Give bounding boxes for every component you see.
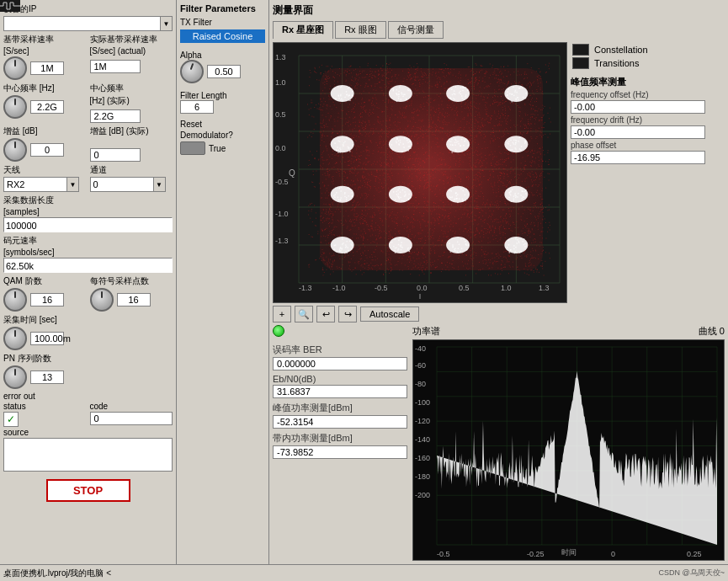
channel-dropdown-arrow[interactable]: ▼	[153, 178, 165, 191]
ber-label: 误码率 BER	[273, 344, 407, 356]
antenna-dropdown-arrow[interactable]: ▼	[66, 178, 78, 191]
phase-offset-value: -16.95	[571, 151, 705, 164]
gain-knob-container: 0	[3, 138, 87, 162]
error-out-group: error out status ✓ code 0 source	[3, 392, 173, 472]
autoscale-button[interactable]: Autoscale	[360, 306, 419, 322]
tab-signal-measurement[interactable]: 信号测量	[388, 21, 444, 39]
center-freq-knob[interactable]	[3, 95, 27, 119]
undo-button[interactable]: ↩	[316, 306, 335, 322]
qam-sps-row: QAM 阶数 16 每符号采样点数 16	[3, 275, 173, 312]
qam-knob[interactable]	[3, 288, 27, 312]
error-status-label: status	[3, 402, 87, 411]
ber-value: 0.000000	[273, 357, 407, 370]
qam-col: QAM 阶数 16	[3, 275, 87, 312]
base-sample-rate-knob-container: 1M	[3, 56, 87, 80]
qam-value: 16	[30, 293, 64, 306]
redo-button[interactable]: ↪	[338, 306, 357, 322]
x-label-neg0.5: -0.5	[437, 550, 450, 558]
gain-actual-label: 增益 [dB] (实际)	[90, 125, 173, 137]
y-label-neg140: -140	[415, 435, 430, 444]
symbol-rate-value[interactable]: 62.50k	[3, 258, 173, 273]
pn-order-value: 13	[30, 370, 64, 384]
reset-toggle[interactable]	[180, 141, 205, 155]
pn-order-knob[interactable]	[3, 365, 27, 389]
reset-label: Reset	[180, 120, 265, 129]
transitions-legend-box	[572, 57, 589, 69]
tabs-row: Rx 星座图 Rx 眼图 信号测量	[273, 21, 725, 39]
tab-rx-eye[interactable]: Rx 眼图	[335, 21, 386, 39]
stop-button[interactable]: STOP	[46, 479, 130, 502]
legend-row: Constellation Transitions	[571, 42, 705, 71]
sps-knob[interactable]	[90, 288, 114, 312]
error-status-indicator: ✓	[3, 412, 19, 427]
ebn0-label: Eb/N0(dB)	[273, 374, 407, 384]
error-source-textarea[interactable]	[3, 438, 173, 472]
sps-knob-container: 16	[90, 288, 173, 312]
true-label: True	[209, 144, 226, 153]
freq-drift-value: -0.00	[571, 125, 705, 139]
error-code-col: code 0	[90, 402, 173, 427]
antenna-label: 天线	[3, 164, 87, 176]
left-panel: 设备的IP 192.168.10.2 ▼ 基带采样速率 [S/sec] 1M 实…	[0, 0, 177, 564]
spectrum-header: 功率谱 曲线 0	[412, 325, 725, 338]
antenna-input[interactable]: RX2 ▼	[3, 177, 79, 192]
device-ip-input[interactable]: 192.168.10.2 ▼	[3, 16, 173, 31]
raised-cosine-selector[interactable]: Raised Cosine	[180, 29, 265, 43]
center-freq-actual-unit: [Hz] (实际)	[90, 95, 173, 107]
center-freq-label: 中心频率 [Hz]	[3, 83, 87, 94]
right-panel: 测量界面 Rx 星座图 Rx 眼图 信号测量 1.3 1.0 0.5 0.0 -…	[269, 0, 728, 564]
center-freq-actual-value: 2.2G	[90, 109, 141, 123]
freq-offset-value: -0.00	[571, 100, 705, 114]
base-sample-rate-knob[interactable]	[3, 56, 27, 80]
y-label-neg80: -80	[415, 380, 426, 388]
gain-row: 增益 [dB] 0 增益 [dB] (实际) 0	[3, 125, 173, 162]
tab-rx-constellation[interactable]: Rx 星座图	[273, 21, 333, 39]
waveform-icon[interactable]	[0, 0, 20, 12]
sps-label: 每符号采样点数	[90, 275, 173, 287]
zoom-button[interactable]: 🔍	[295, 306, 313, 322]
alpha-label: Alpha	[180, 51, 265, 60]
error-status-col: status ✓	[3, 402, 87, 427]
frequency-metrics-section: 峰值频率测量 frequency offset (Hz) -0.00 frequ…	[571, 76, 705, 164]
symbol-rate-group: 码元速率 [symbols/sec] 62.50k	[3, 235, 173, 273]
gain-actual-value: 0	[90, 148, 141, 162]
status-row	[273, 325, 407, 337]
device-ip-dropdown[interactable]: ▼	[160, 17, 172, 30]
gain-actual-col: 增益 [dB] (实际) 0	[90, 125, 173, 162]
lower-display: 误码率 BER 0.000000 Eb/N0(dB) 31.6837 峰值功率测…	[273, 325, 725, 561]
zoom-in-button[interactable]: +	[273, 306, 291, 322]
green-status-indicator	[273, 325, 284, 337]
peak-power-value: -52.3154	[273, 415, 407, 429]
spectrum-title: 功率谱	[412, 325, 440, 338]
plot-controls: + 🔍 ↩ ↪ Autoscale	[273, 306, 725, 322]
channel-input[interactable]: 0 ▼	[90, 177, 166, 192]
samples-label: 采集数据长度	[3, 195, 173, 206]
spectrum-plot: -40 -60 -80 -100 -120 -140 -160 -180 -20…	[412, 339, 725, 561]
x-label-neg0.5: -0.5	[375, 284, 388, 292]
x-label-0.25: 0.25	[687, 550, 702, 558]
y-label-neg0.5: -0.5	[275, 178, 289, 186]
filter-panel: Filter Parameters TX Filter Raised Cosin…	[177, 0, 269, 564]
curve-control: 曲线 0	[699, 325, 725, 338]
acq-time-knob[interactable]	[3, 327, 27, 350]
actual-sample-rate-value: 1M	[90, 60, 141, 73]
right-metrics: Constellation Transitions 峰值频率测量 frequen…	[571, 42, 705, 303]
freq-offset-label: frequency offset (Hz)	[571, 90, 705, 99]
channel-label: 通道	[90, 164, 173, 176]
device-ip-value[interactable]: 192.168.10.2	[4, 18, 160, 29]
toggle-container: True	[180, 141, 265, 155]
gain-knob[interactable]	[3, 138, 27, 162]
center-freq-knob-container: 2.2G	[3, 95, 87, 119]
samples-value[interactable]: 100000	[3, 217, 173, 232]
x-label-neg1.3: -1.3	[299, 284, 312, 292]
alpha-knob-container: 0.50	[180, 60, 265, 83]
constellation-legend: Constellation	[572, 44, 704, 56]
center-freq-value: 2.2G	[30, 100, 64, 114]
tx-filter-label: TX Filter	[180, 18, 265, 27]
demodulator-label: Demodulator?	[180, 131, 265, 140]
y-label-0.5: 0.5	[275, 110, 286, 119]
antenna-channel-row: 天线 RX2 ▼ 通道 0 ▼	[3, 164, 173, 192]
y-label-neg120: -120	[415, 417, 430, 425]
alpha-knob[interactable]	[180, 60, 204, 83]
constellation-plot: 1.3 1.0 0.5 0.0 -0.5 -1.0 -1.3 Q -1.3 -1…	[273, 42, 567, 303]
